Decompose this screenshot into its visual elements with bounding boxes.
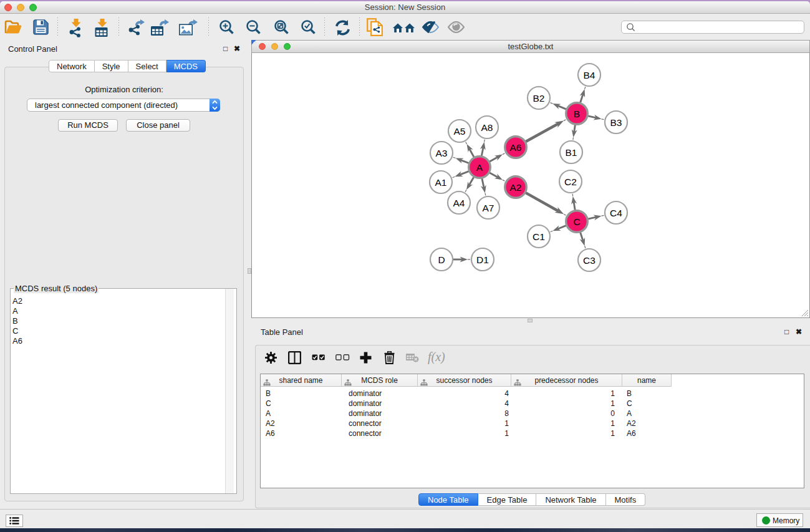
svg-text:D: D [438,254,445,265]
svg-text:B1: B1 [566,147,577,158]
svg-text:C3: C3 [583,255,595,266]
svg-text:A5: A5 [454,126,466,137]
svg-text:B2: B2 [533,93,545,104]
svg-text:C1: C1 [533,231,545,242]
svg-text:A6: A6 [510,142,522,153]
svg-text:C2: C2 [564,177,577,187]
svg-text:C4: C4 [610,208,622,218]
svg-text:A7: A7 [483,203,494,213]
svg-text:A3: A3 [436,148,448,158]
svg-text:A1: A1 [435,177,447,188]
svg-text:B3: B3 [610,117,622,128]
svg-text:A8: A8 [481,122,493,133]
svg-text:C: C [573,216,580,227]
svg-text:B: B [574,109,580,119]
svg-text:A: A [476,162,483,173]
svg-text:A2: A2 [510,182,522,193]
svg-text:A4: A4 [453,198,465,208]
svg-text:B4: B4 [584,70,595,80]
svg-text:D1: D1 [476,254,489,265]
